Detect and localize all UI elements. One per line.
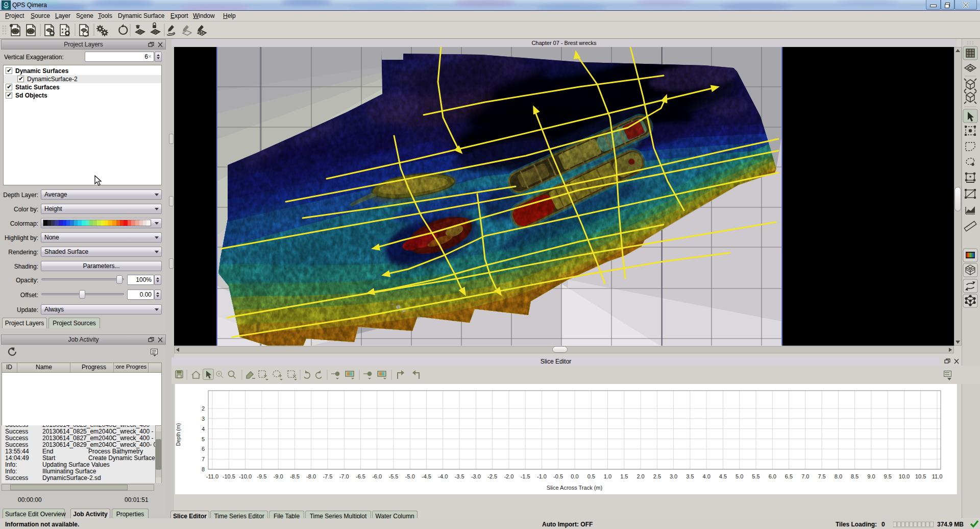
svg-text:1.0: 1.0 (604, 473, 611, 479)
svg-text:11.0: 11.0 (932, 473, 943, 479)
svg-text:7: 7 (202, 456, 205, 462)
svg-text:6.0: 6.0 (769, 473, 776, 479)
svg-text:-7.0: -7.0 (339, 473, 349, 479)
svg-text:-3.0: -3.0 (471, 473, 481, 479)
svg-text:-1.0: -1.0 (537, 473, 547, 479)
svg-text:4.0: 4.0 (703, 473, 710, 479)
svg-text:7.5: 7.5 (818, 473, 825, 479)
svg-text:3: 3 (202, 416, 205, 422)
svg-text:-11.0: -11.0 (206, 473, 218, 479)
svg-text:-8.0: -8.0 (306, 473, 316, 479)
svg-text:2.5: 2.5 (653, 473, 661, 479)
svg-text:9.5: 9.5 (884, 473, 892, 479)
svg-text:-1.5: -1.5 (521, 473, 530, 479)
svg-text:-6.0: -6.0 (372, 473, 382, 479)
svg-text:8: 8 (202, 466, 205, 472)
svg-text:6: 6 (202, 446, 205, 452)
svg-text:5.5: 5.5 (752, 473, 760, 479)
svg-text:4: 4 (202, 426, 205, 432)
svg-text:-8.5: -8.5 (290, 473, 300, 479)
svg-text:-5.5: -5.5 (389, 473, 399, 479)
svg-text:-7.5: -7.5 (323, 473, 332, 479)
svg-text:8.0: 8.0 (835, 473, 842, 479)
svg-text:Slice Across Track (m): Slice Across Track (m) (547, 485, 602, 491)
svg-text:4.5: 4.5 (719, 473, 727, 479)
svg-text:5: 5 (202, 436, 205, 442)
svg-text:2: 2 (202, 405, 205, 412)
svg-text:-10.0: -10.0 (239, 473, 252, 479)
svg-text:-3.5: -3.5 (455, 473, 464, 479)
svg-text:Depth (m): Depth (m) (176, 423, 181, 446)
svg-text:-2.0: -2.0 (504, 473, 513, 479)
svg-text:2.0: 2.0 (636, 473, 644, 479)
svg-text:-9.0: -9.0 (274, 473, 283, 479)
svg-text:3.0: 3.0 (670, 473, 677, 479)
svg-text:10.0: 10.0 (899, 473, 910, 479)
svg-text:10.5: 10.5 (915, 473, 926, 479)
svg-text:1.5: 1.5 (620, 473, 628, 479)
svg-text:0.0: 0.0 (571, 473, 578, 479)
svg-text:3.5: 3.5 (686, 473, 694, 479)
svg-text:0.5: 0.5 (587, 473, 595, 479)
svg-text:-4.5: -4.5 (422, 473, 431, 479)
svg-text:-5.0: -5.0 (405, 473, 415, 479)
svg-text:-2.5: -2.5 (487, 473, 497, 479)
svg-text:7.0: 7.0 (801, 473, 809, 479)
svg-text:6.5: 6.5 (785, 473, 793, 479)
svg-text:5.0: 5.0 (736, 473, 743, 479)
svg-text:-6.5: -6.5 (356, 473, 365, 479)
svg-text:-4.0: -4.0 (438, 473, 448, 479)
svg-text:-10.5: -10.5 (223, 473, 235, 479)
svg-text:9.0: 9.0 (867, 473, 875, 479)
svg-text:8.5: 8.5 (851, 473, 859, 479)
svg-text:-9.5: -9.5 (257, 473, 266, 479)
svg-text:-0.5: -0.5 (553, 473, 563, 479)
